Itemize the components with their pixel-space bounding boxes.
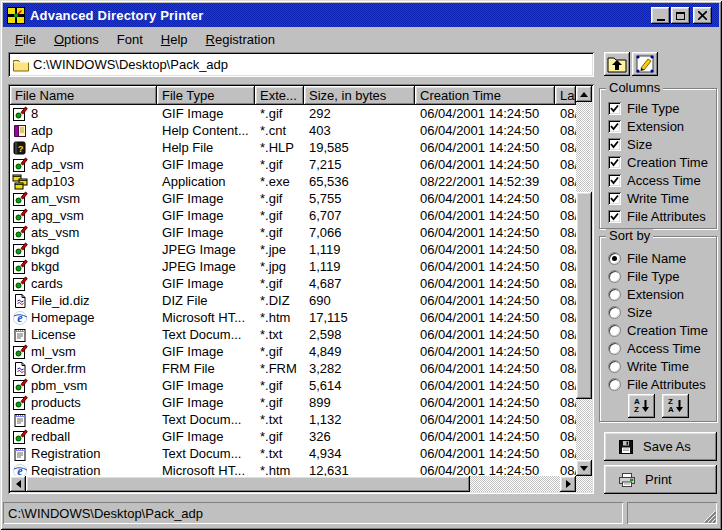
table-row[interactable]: bkgdJPEG Image*.jpg1,11906/04/2001 14:24… <box>10 258 576 275</box>
column-toggle-size[interactable]: Size <box>608 137 652 152</box>
table-row[interactable]: eHomepageMicrosoft HT...*.htm17,11506/04… <box>10 309 576 326</box>
column-toggle-creation-time[interactable]: Creation Time <box>608 155 708 170</box>
table-row[interactable]: apg_vsmGIF Image*.gif6,70706/04/2001 14:… <box>10 207 576 224</box>
table-row[interactable]: ?AdpHelp File*.HLP19,58506/04/2001 14:24… <box>10 139 576 156</box>
checkbox[interactable] <box>608 174 621 187</box>
close-button[interactable] <box>693 7 712 24</box>
column-toggle-write-time[interactable]: Write Time <box>608 191 689 206</box>
column-header-last[interactable]: Last <box>555 86 576 105</box>
scroll-down-button[interactable] <box>576 460 592 476</box>
extension-cell: *.jpg <box>255 258 304 275</box>
menu-item-file[interactable]: File <box>6 30 45 49</box>
file-type-cell: JPEG Image <box>157 241 255 258</box>
horizontal-scroll-thumb[interactable] <box>26 476 470 492</box>
size-cell: 4,849 <box>304 343 415 360</box>
menu-item-font[interactable]: Font <box>108 30 152 49</box>
table-row[interactable]: File_id.dizDIZ File*.DIZ69006/04/2001 14… <box>10 292 576 309</box>
file-type-cell: GIF Image <box>157 428 255 445</box>
table-row[interactable]: RegistrationText Docum...*.txt4,93406/04… <box>10 445 576 462</box>
table-row[interactable]: adp_vsmGIF Image*.gif7,21506/04/2001 14:… <box>10 156 576 173</box>
save-as-button[interactable]: Save As <box>604 432 717 461</box>
up-directory-button[interactable] <box>604 52 630 76</box>
column-toggle-file-attributes[interactable]: File Attributes <box>608 209 706 224</box>
table-row[interactable]: readmeText Docum...*.txt1,13206/04/2001 … <box>10 411 576 428</box>
table-row[interactable]: Order.frmFRM File*.FRM3,28206/04/2001 14… <box>10 360 576 377</box>
column-header-file-name[interactable]: File Name <box>10 86 157 105</box>
scroll-up-button[interactable] <box>576 86 592 102</box>
radio-button[interactable] <box>608 378 621 391</box>
title-bar[interactable]: Advanced Directory Printer <box>3 3 719 27</box>
file-type-cell: Text Docum... <box>157 445 255 462</box>
column-toggle-extension[interactable]: Extension <box>608 119 684 134</box>
sort-option-access-time[interactable]: Access Time <box>608 341 701 356</box>
table-row[interactable]: LicenseText Docum...*.txt2,59806/04/2001… <box>10 326 576 343</box>
maximize-button[interactable] <box>671 7 690 24</box>
size-cell: 1,132 <box>304 411 415 428</box>
column-header-exte[interactable]: Exte... <box>255 86 304 105</box>
extension-cell: *.txt <box>255 411 304 428</box>
table-row[interactable]: ats_vsmGIF Image*.gif7,06606/04/2001 14:… <box>10 224 576 241</box>
checkbox-label: Creation Time <box>627 155 708 170</box>
column-toggle-file-type[interactable]: File Type <box>608 101 680 116</box>
column-header-file-type[interactable]: File Type <box>157 86 255 105</box>
extension-cell: *.cnt <box>255 122 304 139</box>
table-row[interactable]: adp103Application*.exe65,53608/22/2001 1… <box>10 173 576 190</box>
creation-time-cell: 08/22/2001 14:52:39 <box>415 173 555 190</box>
column-toggle-access-time[interactable]: Access Time <box>608 173 701 188</box>
checkbox[interactable] <box>608 102 621 115</box>
text-document-icon <box>12 327 28 343</box>
sort-descending-button[interactable]: ZA <box>662 394 689 418</box>
minimize-button[interactable] <box>651 7 670 24</box>
table-row[interactable]: ml_vsmGIF Image*.gif4,84906/04/2001 14:2… <box>10 343 576 360</box>
printer-icon <box>618 472 636 488</box>
menu-item-registration[interactable]: Registration <box>197 30 284 49</box>
path-input[interactable]: C:\WINDOWS\Desktop\Pack_adp <box>8 52 594 77</box>
radio-button[interactable] <box>608 270 621 283</box>
radio-button[interactable] <box>608 306 621 319</box>
checkbox[interactable] <box>608 120 621 133</box>
sort-option-file-type[interactable]: File Type <box>608 269 680 284</box>
checkbox[interactable] <box>608 138 621 151</box>
menu-item-options[interactable]: Options <box>45 30 108 49</box>
file-name-cell: License <box>10 326 157 343</box>
sort-option-write-time[interactable]: Write Time <box>608 359 689 374</box>
table-row[interactable]: bkgdJPEG Image*.jpe1,11906/04/2001 14:24… <box>10 241 576 258</box>
sort-option-size[interactable]: Size <box>608 305 652 320</box>
table-row[interactable]: adpHelp Content...*.cnt40306/04/2001 14:… <box>10 122 576 139</box>
scroll-left-button[interactable] <box>10 476 26 492</box>
checkbox[interactable] <box>608 210 621 223</box>
radio-button[interactable] <box>608 252 621 265</box>
file-name-cell: eRegistration <box>10 462 157 476</box>
table-row[interactable]: eRegistrationMicrosoft HT...*.htm12,6310… <box>10 462 576 476</box>
file-name-cell: redball <box>10 428 157 445</box>
sort-option-creation-time[interactable]: Creation Time <box>608 323 708 338</box>
column-header-creation-time[interactable]: Creation Time <box>415 86 555 105</box>
table-row[interactable]: cardsGIF Image*.gif4,68706/04/2001 14:24… <box>10 275 576 292</box>
horizontal-scrollbar[interactable] <box>10 476 576 492</box>
radio-button[interactable] <box>608 360 621 373</box>
vertical-scroll-thumb[interactable] <box>576 192 592 399</box>
column-header-size-in-bytes[interactable]: Size, in bytes <box>304 86 415 105</box>
checkbox[interactable] <box>608 192 621 205</box>
svg-text:e: e <box>17 464 23 477</box>
file-type-cell: GIF Image <box>157 105 255 122</box>
sort-ascending-button[interactable]: AZ <box>628 394 655 418</box>
radio-button[interactable] <box>608 324 621 337</box>
menu-item-help[interactable]: Help <box>152 30 197 49</box>
print-button[interactable]: Print <box>604 465 717 494</box>
radio-button[interactable] <box>608 288 621 301</box>
scroll-right-button[interactable] <box>560 476 576 492</box>
table-row[interactable]: redballGIF Image*.gif32606/04/2001 14:24… <box>10 428 576 445</box>
table-row[interactable]: 8GIF Image*.gif29206/04/2001 14:24:5008/… <box>10 105 576 122</box>
table-row[interactable]: productsGIF Image*.gif89906/04/2001 14:2… <box>10 394 576 411</box>
font-edit-button[interactable] <box>632 52 658 76</box>
sort-option-extension[interactable]: Extension <box>608 287 684 302</box>
vertical-scrollbar[interactable] <box>576 86 592 476</box>
radio-button[interactable] <box>608 342 621 355</box>
sort-option-file-name[interactable]: File Name <box>608 251 686 266</box>
table-row[interactable]: am_vsmGIF Image*.gif5,75506/04/2001 14:2… <box>10 190 576 207</box>
sort-option-file-attributes[interactable]: File Attributes <box>608 377 706 392</box>
checkbox[interactable] <box>608 156 621 169</box>
resize-grip[interactable] <box>703 510 716 523</box>
table-row[interactable]: pbm_vsmGIF Image*.gif5,61406/04/2001 14:… <box>10 377 576 394</box>
